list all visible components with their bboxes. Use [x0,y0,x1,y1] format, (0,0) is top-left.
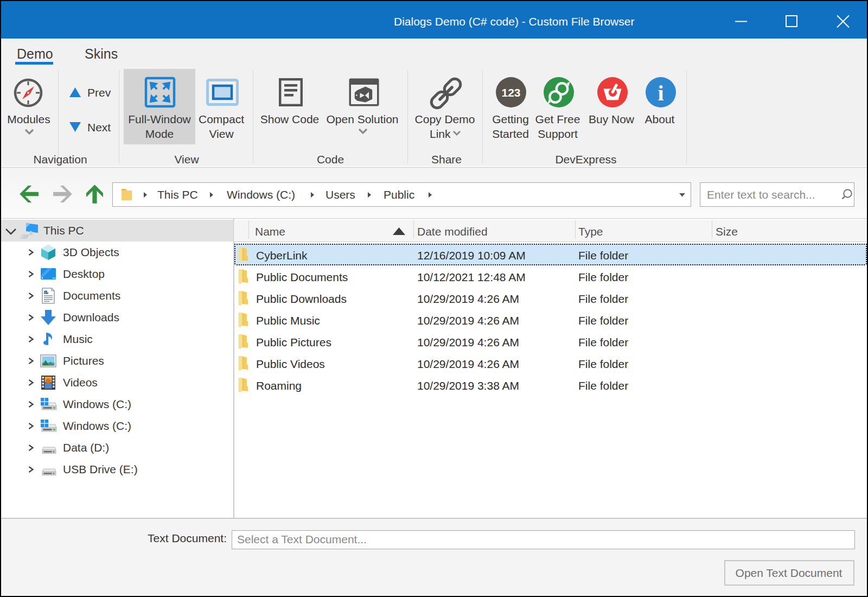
svg-text:i: i [658,81,663,105]
svg-text:A: A [43,289,48,295]
svg-text:123: 123 [501,86,520,99]
